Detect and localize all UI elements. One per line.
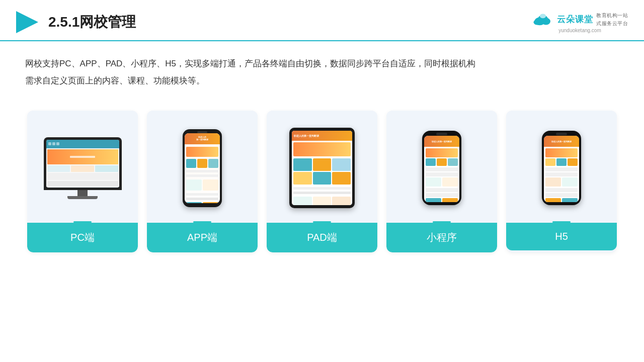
card-app-label: APP端 xyxy=(147,223,258,252)
svg-point-5 xyxy=(540,14,546,18)
card-h5-label: H5 xyxy=(506,223,617,250)
logo-cloud: 云朵课堂 教育机构一站 式服务云平台 xyxy=(532,11,628,27)
card-app: 职进人的第一堂判断课 xyxy=(147,111,258,252)
card-pad-image: 职进人的第一堂判断课 xyxy=(267,111,377,221)
card-pad: 职进人的第一堂判断课 xyxy=(267,111,377,252)
card-pc: PC端 xyxy=(27,111,138,252)
card-pc-label: PC端 xyxy=(27,223,138,252)
card-app-image: 职进人的第一堂判断课 xyxy=(147,111,258,221)
pc-monitor-mockup xyxy=(44,137,122,199)
svg-marker-0 xyxy=(16,11,38,33)
logo-sub-text: 教育机构一站 xyxy=(596,12,628,19)
card-h5: 职进人的第一堂判断课 xyxy=(506,111,617,252)
header-left: 2.5.1网校管理 xyxy=(14,9,136,35)
header: 2.5.1网校管理 云朵课堂 教育机构一站 式服务云平台 yunduoketan… xyxy=(0,0,644,41)
card-miniapp: 职进人的第一堂判断课 xyxy=(386,111,497,252)
card-pad-label: PAD端 xyxy=(267,223,377,252)
logo-url: yunduoketang.com xyxy=(558,28,601,33)
card-miniapp-label: 小程序 xyxy=(386,223,497,252)
svg-point-4 xyxy=(534,20,541,25)
app-phone-mockup: 职进人的第一堂判断课 xyxy=(183,129,222,207)
card-pc-image xyxy=(27,111,138,221)
logo-sub-text2: 式服务云平台 xyxy=(596,20,628,27)
cloud-icon xyxy=(532,12,554,27)
h5-phone-mockup: 职进人的第一堂判断课 xyxy=(542,131,581,205)
logo-area: 云朵课堂 教育机构一站 式服务云平台 yunduoketang.com xyxy=(532,11,628,33)
play-icon xyxy=(14,9,40,35)
pad-tablet-mockup: 职进人的第一堂判断课 xyxy=(289,128,355,208)
miniapp-phone-mockup: 职进人的第一堂判断课 xyxy=(422,131,461,205)
card-h5-image: 职进人的第一堂判断课 xyxy=(506,111,617,221)
card-miniapp-image: 职进人的第一堂判断课 xyxy=(386,111,497,221)
page-title: 2.5.1网校管理 xyxy=(48,13,136,32)
description-section: 网校支持PC、APP、PAD、小程序、H5，实现多端打通，产品各终端自由切换，数… xyxy=(0,41,644,96)
cards-section: PC端 职进人的第一堂判断课 xyxy=(0,101,644,252)
logo-text: 云朵课堂 xyxy=(557,14,593,25)
description-text: 网校支持PC、APP、PAD、小程序、H5，实现多端打通，产品各终端自由切换，数… xyxy=(25,55,619,89)
